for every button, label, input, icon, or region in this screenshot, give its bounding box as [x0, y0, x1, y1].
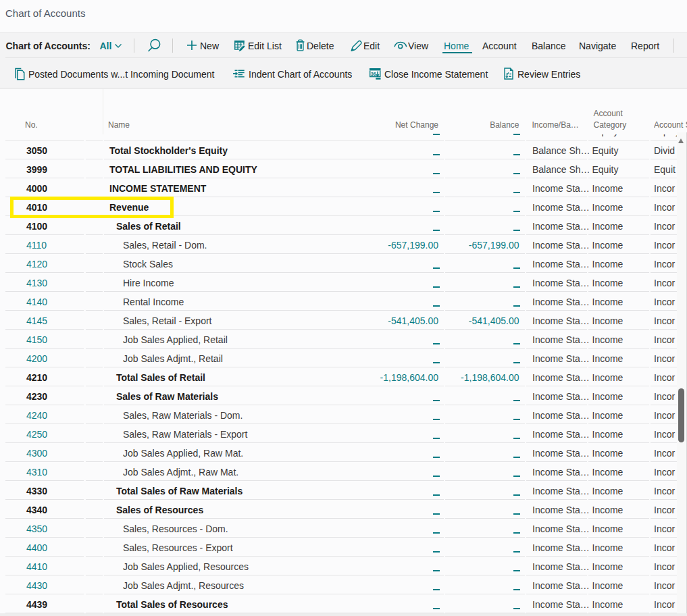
svg-text:36: 36: [370, 72, 376, 76]
